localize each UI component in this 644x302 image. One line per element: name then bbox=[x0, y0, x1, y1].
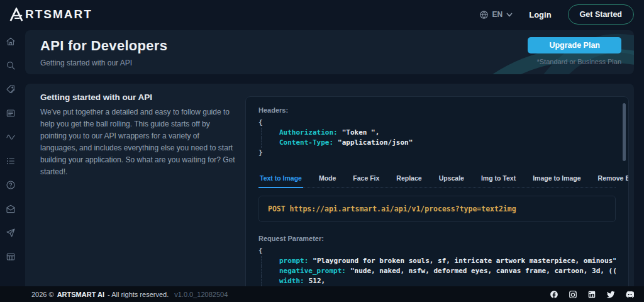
checklist-icon bbox=[6, 156, 16, 166]
request-parameter-label: Request Parameter: bbox=[258, 235, 616, 242]
headers-label: Headers: bbox=[258, 106, 616, 114]
discord-link[interactable] bbox=[625, 290, 634, 299]
tab-image-to-image[interactable]: Image to Image bbox=[533, 174, 580, 187]
code-line-content-type: Content-Type:"application/json" bbox=[261, 138, 616, 148]
facebook-link[interactable] bbox=[550, 290, 558, 299]
footer: 2026 © ARTSMART AI - All rights reserved… bbox=[0, 286, 644, 302]
tab-remove-bg[interactable]: Remove BG bbox=[598, 174, 629, 187]
mail-icon bbox=[6, 204, 16, 214]
main-content-panel: Getting started with our API We've put t… bbox=[25, 84, 634, 302]
logo-a-icon bbox=[9, 8, 24, 21]
endpoint-url: POST https://api.artsmart.ai/api/v1/proc… bbox=[268, 204, 606, 213]
sidebar-item-docs[interactable] bbox=[6, 108, 16, 118]
sidebar-item-list[interactable] bbox=[6, 156, 16, 166]
sidebar-item-activity[interactable] bbox=[6, 132, 16, 142]
discord-icon bbox=[625, 290, 634, 299]
sidebar-item-tags[interactable] bbox=[6, 84, 16, 94]
language-selector[interactable]: EN bbox=[479, 10, 513, 20]
sidebar-item-search[interactable] bbox=[6, 60, 16, 70]
globe-icon bbox=[479, 10, 489, 20]
intro-body: We've put together a detailed and easy t… bbox=[40, 106, 236, 178]
facebook-icon bbox=[550, 290, 558, 299]
top-navbar: RTSMART EN Login Get Started bbox=[0, 0, 644, 29]
footer-year: 2026 © bbox=[31, 291, 54, 298]
api-code-panel: Headers: { Authorization:"Token ", Conte… bbox=[245, 96, 629, 298]
code-line-prompt: prompt:"Playground for broken souls, sf,… bbox=[261, 256, 616, 266]
tab-replace[interactable]: Replace bbox=[396, 174, 421, 187]
footer-brand: ARTSMART AI bbox=[57, 291, 104, 298]
logo-text: RTSMART bbox=[25, 8, 92, 21]
scrollbar-thumb[interactable] bbox=[623, 103, 626, 161]
sidebar-item-help[interactable] bbox=[6, 180, 16, 190]
tab-face-fix[interactable]: Face Fix bbox=[353, 174, 379, 187]
endpoint-box: POST https://api.artsmart.ai/api/v1/proc… bbox=[258, 196, 616, 222]
grid-icon bbox=[6, 252, 16, 262]
upgrade-plan-button[interactable]: Upgrade Plan bbox=[528, 37, 621, 53]
intro-heading: Getting started with our API bbox=[40, 92, 236, 102]
artsmart-logo[interactable]: RTSMART bbox=[9, 8, 92, 21]
footer-version: v1.0.0_12082504 bbox=[174, 291, 228, 298]
tab-mode[interactable]: Mode bbox=[319, 174, 336, 187]
login-link[interactable]: Login bbox=[529, 10, 551, 20]
page-header-panel: API for Developers Getting started with … bbox=[25, 30, 634, 74]
twitter-link[interactable] bbox=[606, 290, 615, 299]
home-icon bbox=[6, 36, 16, 47]
intro-section: Getting started with our API We've put t… bbox=[40, 92, 236, 178]
code-open-brace: { bbox=[258, 246, 616, 256]
left-sidebar bbox=[0, 29, 21, 286]
footer-copyright: 2026 © ARTSMART AI - All rights reserved… bbox=[31, 291, 228, 298]
code-line-negative-prompt: negative_prompt:"nude, naked, nsfw, defo… bbox=[261, 266, 616, 276]
code-line-width: width:512, bbox=[261, 276, 616, 286]
twitter-icon bbox=[606, 290, 615, 299]
code-close-brace: } bbox=[258, 148, 616, 158]
tab-text-to-image[interactable]: Text to Image bbox=[260, 174, 302, 187]
api-endpoint-tabs: Text to Image Mode Face Fix Replace Upsc… bbox=[258, 174, 616, 188]
activity-icon bbox=[6, 132, 16, 142]
sidebar-item-send[interactable] bbox=[6, 228, 16, 238]
help-icon bbox=[6, 180, 16, 190]
linkedin-icon bbox=[587, 290, 596, 299]
footer-rights: - All rights reserved. bbox=[108, 291, 169, 298]
sidebar-item-apps[interactable] bbox=[6, 252, 16, 262]
get-started-button[interactable]: Get Started bbox=[568, 4, 634, 25]
card-icon bbox=[6, 108, 16, 118]
search-icon bbox=[6, 60, 16, 70]
social-links bbox=[550, 290, 634, 299]
code-line-authorization: Authorization:"Token ", bbox=[261, 128, 616, 138]
tags-icon bbox=[6, 84, 16, 94]
tab-upscale[interactable]: Upscale bbox=[439, 174, 464, 187]
code-open-brace: { bbox=[258, 118, 616, 128]
tab-img-to-text[interactable]: Img to Text bbox=[481, 174, 516, 187]
sidebar-item-inbox[interactable] bbox=[6, 204, 16, 214]
headers-code-block: { Authorization:"Token ", Content-Type:"… bbox=[258, 118, 616, 158]
instagram-link[interactable] bbox=[569, 290, 577, 299]
instagram-icon bbox=[569, 290, 577, 299]
language-label: EN bbox=[492, 10, 503, 19]
plan-note: *Standard or Business Plan bbox=[536, 58, 621, 65]
linkedin-link[interactable] bbox=[587, 290, 596, 299]
sidebar-item-home[interactable] bbox=[6, 36, 16, 47]
send-icon bbox=[6, 228, 16, 238]
chevron-down-icon bbox=[506, 13, 513, 17]
